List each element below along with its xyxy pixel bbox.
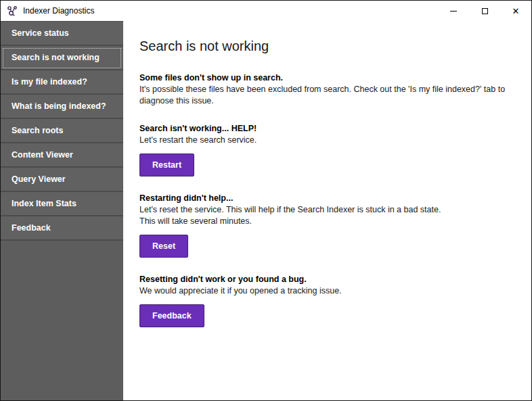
sidebar-item-label: Is my file indexed? (12, 77, 87, 87)
page-title: Search is not working (139, 39, 515, 54)
section-search-isnt-working: Search isn't working... HELP! Let's rest… (139, 124, 515, 176)
sidebar: Service status Search is not working Is … (1, 21, 123, 400)
sidebar-item-label: What is being indexed? (12, 101, 106, 111)
section-resetting-didnt-work: Resetting didn't work or you found a bug… (139, 275, 515, 327)
maximize-button[interactable] (469, 1, 500, 21)
section-heading: Resetting didn't work or you found a bug… (139, 275, 515, 284)
maximize-icon (482, 8, 488, 14)
sidebar-item-is-my-file-indexed[interactable]: Is my file indexed? (1, 70, 123, 95)
section-heading: Restarting didn't help... (139, 193, 515, 203)
section-text: We would appreciate it if you opened a t… (139, 285, 515, 297)
sidebar-item-label: Service status (12, 28, 69, 38)
close-button[interactable]: ✕ (500, 1, 531, 21)
section-restarting-didnt-help: Restarting didn't help... Let's reset th… (139, 193, 515, 258)
reset-button[interactable]: Reset (139, 235, 188, 258)
feedback-button[interactable]: Feedback (139, 304, 204, 327)
minimize-icon (450, 11, 457, 11)
section-text: This will take several minutes. (139, 216, 515, 227)
sidebar-item-search-roots[interactable]: Search roots (1, 119, 123, 143)
sidebar-item-service-status[interactable]: Service status (1, 22, 123, 46)
section-text: It's possible these files have been excl… (139, 84, 515, 95)
section-text: diagnose this issue. (139, 95, 515, 107)
window-controls: ✕ (438, 1, 531, 21)
minimize-button[interactable] (438, 1, 469, 21)
app-body: Service status Search is not working Is … (1, 21, 531, 400)
section-heading: Search isn't working... HELP! (139, 124, 515, 133)
close-icon: ✕ (512, 7, 520, 16)
sidebar-item-search-is-not-working[interactable]: Search is not working (1, 46, 123, 70)
sidebar-item-index-item-stats[interactable]: Index Item Stats (1, 192, 123, 216)
sidebar-item-label: Search is not working (12, 53, 99, 62)
sidebar-item-label: Index Item Stats (12, 199, 76, 208)
restart-button[interactable]: Restart (139, 154, 194, 176)
section-files-dont-show-up: Some files don't show up in search. It's… (139, 73, 515, 107)
sidebar-item-label: Feedback (12, 223, 51, 233)
sidebar-item-content-viewer[interactable]: Content Viewer (1, 143, 123, 168)
section-heading: Some files don't show up in search. (139, 73, 515, 82)
section-text: Let's reset the service. This will help … (139, 204, 515, 216)
sidebar-item-query-viewer[interactable]: Query Viewer (1, 168, 123, 192)
window-title: Indexer Diagnostics (23, 6, 94, 16)
main-content: Search is not working Some files don't s… (123, 21, 531, 400)
sidebar-item-label: Content Viewer (12, 150, 73, 160)
sidebar-item-feedback[interactable]: Feedback (1, 216, 123, 241)
sidebar-item-label: Search roots (12, 126, 63, 135)
title-bar: Indexer Diagnostics ✕ (1, 1, 531, 21)
app-icon (7, 5, 18, 16)
app-window: Indexer Diagnostics ✕ Service status Sea… (0, 0, 532, 401)
section-text: Let's restart the search service. (139, 135, 515, 146)
sidebar-item-what-is-being-indexed[interactable]: What is being indexed? (1, 95, 123, 119)
sidebar-item-label: Query Viewer (12, 174, 66, 184)
